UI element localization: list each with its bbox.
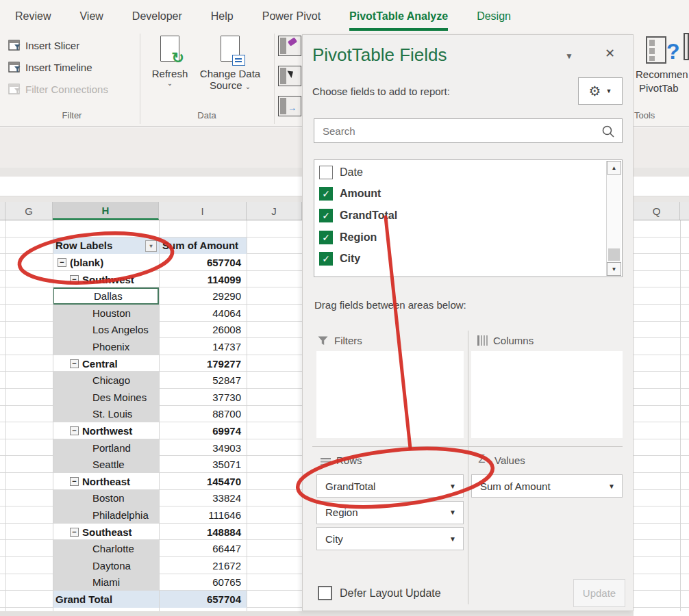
collapse-button[interactable]: − [70,528,79,537]
row-label-cell[interactable]: Houston [53,305,159,322]
value-cell[interactable]: 145470 [159,473,247,490]
change-data-source-button[interactable]: Change Data Source ⌄ [194,36,266,91]
columns-drop-area[interactable] [471,351,623,438]
value-cell[interactable]: 657704 [159,591,247,608]
row-label-cell[interactable]: Phoenix [53,338,159,355]
chevron-down-icon[interactable]: ▼ [608,483,615,490]
column-header-J[interactable]: J [247,202,302,220]
value-cell[interactable]: 657704 [159,254,247,271]
rows-field-grandtotal[interactable]: GrandTotal▼ [316,474,464,498]
rows-field-region[interactable]: Region▼ [316,501,464,524]
value-cell[interactable]: 26008 [159,322,247,339]
chevron-down-icon[interactable]: ▼ [449,509,456,516]
value-cell[interactable]: 179277 [159,355,247,372]
tools-gear-button[interactable]: ⚙ ▼ [578,77,623,105]
field-item-amount[interactable]: ✓Amount [314,183,602,205]
value-cell[interactable]: 111646 [159,506,247,524]
tab-view[interactable]: View [79,0,103,31]
checked-checkbox-icon[interactable]: ✓ [319,209,333,222]
pane-options-arrow-icon[interactable]: ▼ [565,51,573,61]
row-label-cell[interactable]: −Northeast [53,473,159,490]
field-search-box[interactable] [314,118,623,143]
value-cell[interactable]: 44064 [159,305,247,322]
filters-drop-area[interactable] [316,351,464,438]
defer-layout-checkbox[interactable] [318,586,332,600]
collapse-button[interactable]: − [70,426,79,435]
unchecked-checkbox-icon[interactable] [319,166,333,179]
field-list[interactable]: ▲ ▼ Date✓Amount✓GrandTotal✓Region✓City [314,159,623,277]
field-item-city[interactable]: ✓City [314,248,602,270]
column-header-Q[interactable]: Q [634,202,680,220]
row-label-cell[interactable]: St. Louis [53,406,159,423]
field-item-region[interactable]: ✓Region [314,227,602,248]
checked-checkbox-icon[interactable]: ✓ [319,252,333,266]
update-button[interactable]: Update [573,579,625,607]
active-cell[interactable]: Dallas [53,287,159,305]
row-label-cell[interactable]: Dallas [53,287,159,305]
value-cell[interactable]: 114099 [159,271,247,288]
value-cell[interactable]: 35071 [159,456,247,473]
rows-field-city[interactable]: City▼ [316,527,464,550]
scrollbar-thumb[interactable] [608,248,620,261]
row-label-cell[interactable]: −(blank) [53,254,159,271]
value-cell[interactable]: 21672 [159,557,247,574]
row-label-cell[interactable]: −Northwest [53,422,159,439]
field-list-scrollbar[interactable]: ▲ ▼ [606,161,621,276]
row-label-cell[interactable]: Portland [53,439,159,457]
scroll-down-button[interactable]: ▼ [607,262,621,276]
collapse-button[interactable]: − [58,258,66,267]
row-label-cell[interactable]: −Central [53,355,159,372]
row-label-cell[interactable]: Philadelphia [53,506,159,524]
value-cell[interactable]: 29290 [159,287,247,305]
value-cell[interactable]: 88700 [159,406,247,423]
select-pivottable-icon[interactable] [278,66,301,86]
value-cell[interactable]: 14737 [159,338,247,355]
insert-timeline-button[interactable]: Insert Timeline [8,57,92,77]
row-label-cell[interactable]: Charlotte [53,540,159,557]
row-label-cell[interactable]: Los Angelos [53,322,159,339]
row-label-cell[interactable]: Daytona [53,557,159,574]
collapse-button[interactable]: − [70,359,79,368]
checked-checkbox-icon[interactable]: ✓ [319,187,333,201]
value-cell[interactable]: 66447 [159,540,247,557]
row-label-cell[interactable]: −Southeast [53,524,159,541]
field-item-date[interactable]: Date [314,162,602,183]
value-cell[interactable]: 60765 [159,574,247,591]
collapse-button[interactable]: − [70,477,79,486]
row-label-cell[interactable]: Row Labels▾ [53,238,159,255]
value-cell[interactable]: 34903 [159,439,247,457]
value-cell[interactable]: Sum of Amount [159,238,247,255]
tab-help[interactable]: Help [211,0,234,31]
search-input[interactable] [323,119,590,142]
tab-design[interactable]: Design [477,0,511,31]
close-icon[interactable]: ✕ [605,46,615,61]
row-label-cell[interactable]: −Southwest [53,271,159,288]
scroll-up-button[interactable]: ▲ [607,161,621,175]
row-label-cell[interactable]: Des Moines [53,389,159,406]
chevron-down-icon[interactable]: ▼ [449,535,456,543]
insert-slicer-button[interactable]: Insert Slicer [8,36,79,55]
value-cell[interactable]: 52847 [159,372,247,389]
move-pivottable-icon[interactable]: → [278,96,301,116]
value-cell[interactable]: 33824 [159,490,247,507]
chevron-down-icon[interactable]: ▼ [449,483,456,490]
row-labels-filter-button[interactable]: ▾ [145,240,157,252]
tab-review[interactable]: Review [15,0,51,31]
row-label-cell[interactable]: Miami [53,574,159,591]
column-header-I[interactable]: I [159,202,247,220]
tab-developer[interactable]: Developer [132,0,182,31]
collapse-button[interactable]: − [70,275,79,284]
checked-checkbox-icon[interactable]: ✓ [319,231,333,244]
column-header-H[interactable]: H [53,202,159,220]
recommended-pivottables-icon[interactable]: ? [646,36,687,66]
row-label-cell[interactable]: Boston [53,490,159,507]
row-label-cell[interactable]: Grand Total [53,591,159,608]
tab-power-pivot[interactable]: Power Pivot [262,0,321,31]
column-header-G[interactable]: G [5,202,53,220]
values-field-sum-of-amount[interactable]: Sum of Amount▼ [471,474,623,498]
value-cell[interactable]: 69974 [159,422,247,439]
clear-pivottable-icon[interactable] [278,36,301,56]
row-label-cell[interactable]: Seattle [53,456,159,473]
value-cell[interactable]: 148884 [159,524,247,541]
field-item-grandtotal[interactable]: ✓GrandTotal [314,205,602,227]
